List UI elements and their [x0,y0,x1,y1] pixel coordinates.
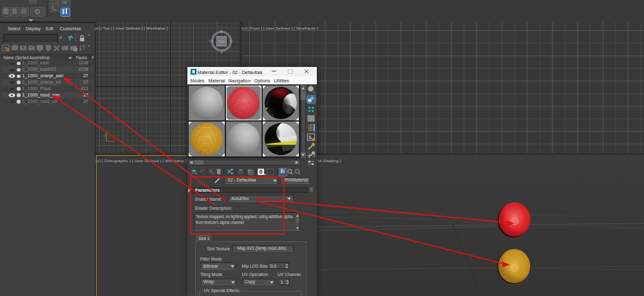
svg-text:TOP: TOP [218,41,224,44]
svg-text:N: N [220,29,223,33]
svg-text:E: E [230,39,232,43]
svg-text:0: 0 [259,169,262,175]
svg-text:W: W [209,39,213,43]
svg-text:y: y [104,133,106,137]
svg-text:x: x [112,136,114,140]
svg-text:S: S [220,50,223,54]
